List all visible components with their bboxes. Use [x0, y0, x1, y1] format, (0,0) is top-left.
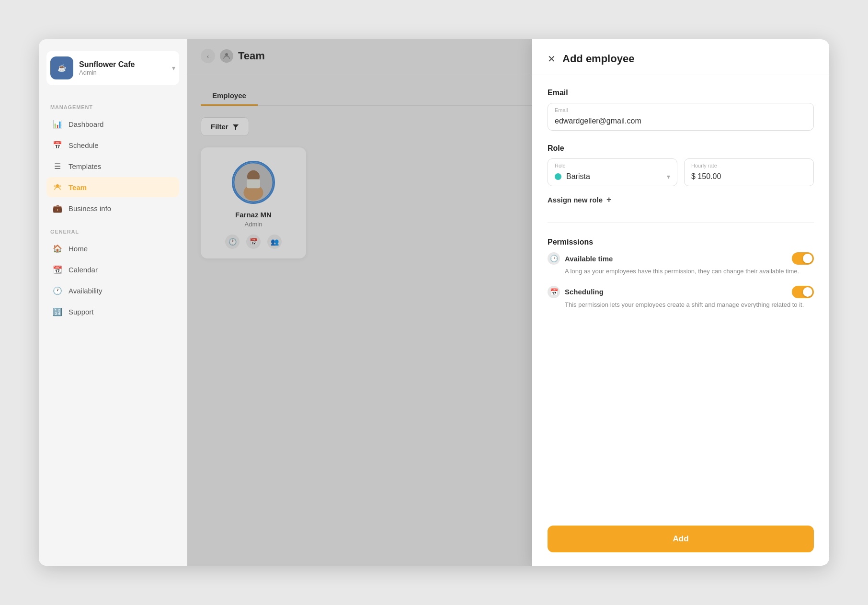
schedule-icon: 📅 — [52, 140, 63, 150]
permission-scheduling: 📅 Scheduling This permission lets your e… — [548, 286, 814, 310]
templates-icon: ☰ — [52, 161, 63, 171]
availability-icon: 🕐 — [52, 285, 63, 296]
svg-point-4 — [59, 185, 61, 187]
permissions-section-title: Permissions — [548, 238, 814, 246]
email-input-wrap: Email — [548, 103, 814, 131]
brand-role: Admin — [79, 69, 166, 76]
role-section: Role Role Barista ▾ — [548, 144, 814, 207]
general-section-label: GENERAL — [46, 229, 179, 235]
svg-point-3 — [54, 185, 56, 187]
hourly-float-label: Hourly rate — [691, 163, 717, 168]
sidebar: ☕ Sunflower Cafe Admin ▾ MANAGEMENT 📊 Da… — [39, 39, 187, 566]
modal-footer: Add — [532, 516, 829, 566]
role-section-title: Role — [548, 144, 814, 153]
role-select-wrap[interactable]: Role Barista ▾ — [548, 158, 677, 186]
sidebar-label-templates: Templates — [69, 162, 101, 170]
role-value: Barista — [566, 172, 662, 181]
main-content: ‹ Team Employee Filter — [187, 39, 829, 566]
role-color-dot — [555, 173, 561, 180]
assign-new-role-button[interactable]: Assign new role + — [548, 193, 612, 207]
scheduling-name: Scheduling — [565, 288, 604, 296]
assign-role-label: Assign new role — [548, 196, 603, 204]
sidebar-label-availability: Availability — [69, 287, 103, 295]
assign-role-plus-icon: + — [606, 195, 612, 205]
sidebar-label-team: Team — [69, 183, 87, 191]
sidebar-label-calendar: Calendar — [69, 266, 98, 274]
sidebar-item-support[interactable]: 🔢 Support — [46, 302, 179, 322]
business-icon: 💼 — [52, 203, 63, 213]
email-form-group: Email — [548, 103, 814, 131]
modal-header: ✕ Add employee — [532, 39, 829, 75]
role-chevron-icon: ▾ — [667, 173, 670, 180]
email-section-title: Email — [548, 89, 814, 97]
add-button-label: Add — [673, 534, 688, 543]
sidebar-item-team[interactable]: Team — [46, 177, 179, 197]
hourly-rate-wrap: Hourly rate $ 150.00 — [684, 158, 814, 186]
permission-scheduling-row: 📅 Scheduling — [548, 286, 814, 298]
brand-logo[interactable]: ☕ Sunflower Cafe Admin ▾ — [46, 51, 179, 85]
scheduling-name-row: 📅 Scheduling — [548, 286, 604, 298]
home-icon: 🏠 — [52, 243, 63, 254]
sidebar-item-availability[interactable]: 🕐 Availability — [46, 280, 179, 301]
general-nav: 🏠 Home 📆 Calendar 🕐 Availability 🔢 Suppo… — [46, 238, 179, 323]
sidebar-item-calendar[interactable]: 📆 Calendar — [46, 259, 179, 280]
sidebar-label-home: Home — [69, 245, 88, 253]
available-time-name: Available time — [565, 255, 613, 263]
modal-close-button[interactable]: ✕ — [548, 54, 556, 64]
role-row: Role Barista ▾ Hourly rate $ 150.00 — [548, 158, 814, 186]
brand-name: Sunflower Cafe — [79, 60, 166, 69]
modal-body: Email Email Role Role — [532, 75, 829, 516]
brand-text: Sunflower Cafe Admin — [79, 60, 166, 76]
modal-title: Add employee — [562, 53, 634, 65]
available-time-desc: A long as your employees have this permi… — [548, 267, 814, 276]
dashboard-icon: 📊 — [52, 119, 63, 129]
divider — [548, 222, 814, 223]
svg-point-2 — [56, 184, 59, 187]
add-employee-modal: ✕ Add employee Email Email — [532, 39, 829, 566]
management-section-label: MANAGEMENT — [46, 104, 179, 110]
sidebar-item-home[interactable]: 🏠 Home — [46, 238, 179, 258]
role-float-label: Role — [555, 163, 566, 168]
scheduling-desc: This permission lets your employees crea… — [548, 300, 814, 310]
svg-text:☕: ☕ — [57, 64, 67, 72]
role-select-inner[interactable]: Barista ▾ — [548, 159, 677, 186]
support-icon: 🔢 — [52, 306, 63, 317]
email-float-label: Email — [555, 107, 568, 113]
add-employee-button[interactable]: Add — [548, 526, 814, 552]
scheduling-toggle[interactable] — [792, 286, 814, 298]
email-input[interactable] — [548, 103, 813, 130]
available-time-toggle[interactable] — [792, 252, 814, 265]
sidebar-label-dashboard: Dashboard — [69, 120, 103, 128]
permissions-section: Permissions 🕐 Available time A long as y… — [548, 238, 814, 319]
permission-available-time: 🕐 Available time A long as your employee… — [548, 252, 814, 276]
calendar-icon: 📆 — [52, 264, 63, 275]
sidebar-item-schedule[interactable]: 📅 Schedule — [46, 135, 179, 155]
scheduling-icon: 📅 — [548, 286, 560, 298]
management-nav: 📊 Dashboard 📅 Schedule ☰ Templates — [46, 114, 179, 219]
sidebar-label-support: Support — [69, 308, 94, 316]
logo-icon: ☕ — [50, 56, 73, 79]
sidebar-label-business: Business info — [69, 204, 111, 213]
permission-available-time-row: 🕐 Available time — [548, 252, 814, 265]
team-icon — [52, 182, 63, 192]
sidebar-label-schedule: Schedule — [69, 141, 99, 149]
sidebar-item-business[interactable]: 💼 Business info — [46, 198, 179, 218]
brand-chevron-icon: ▾ — [172, 64, 175, 72]
email-section: Email Email — [548, 89, 814, 131]
available-time-icon: 🕐 — [548, 252, 560, 265]
sidebar-item-dashboard[interactable]: 📊 Dashboard — [46, 114, 179, 134]
permission-name-row: 🕐 Available time — [548, 252, 613, 265]
sidebar-item-templates[interactable]: ☰ Templates — [46, 156, 179, 176]
